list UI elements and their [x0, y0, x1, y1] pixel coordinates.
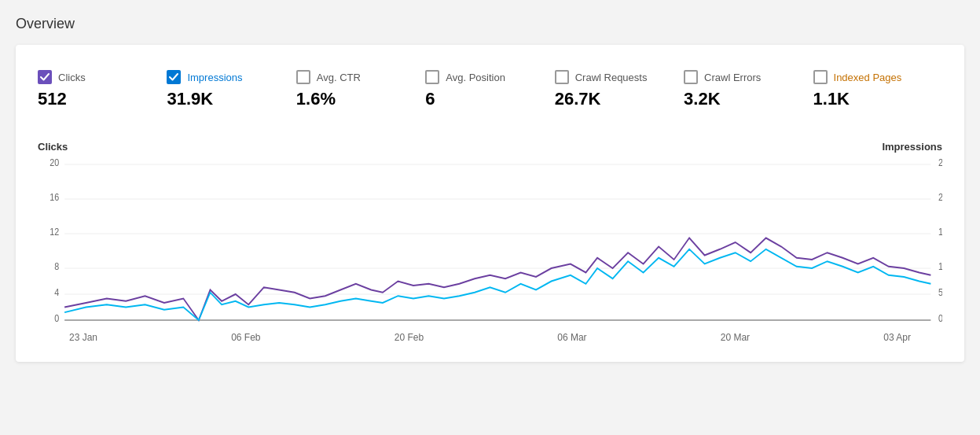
- metric-value-avg-position: 6: [425, 89, 541, 109]
- chart-left-axis-label: Clicks: [38, 141, 68, 153]
- svg-text:4: 4: [54, 288, 60, 298]
- svg-text:500: 500: [938, 288, 942, 298]
- x-label-03apr: 03 Apr: [883, 332, 911, 343]
- metrics-row: Clicks512Impressions31.9KAvg. CTR1.6%Avg…: [38, 64, 942, 116]
- svg-text:12: 12: [50, 227, 59, 238]
- svg-text:0: 0: [54, 314, 59, 324]
- metric-item-clicks: Clicks512: [38, 64, 167, 116]
- chart-section: Clicks Impressions 20 16 12 8 4 0 2.5K 2…: [38, 141, 942, 343]
- metric-label-avg-position: Avg. Position: [446, 72, 505, 83]
- metric-label-avg-ctr: Avg. CTR: [317, 72, 361, 83]
- metric-label-crawl-errors: Crawl Errors: [704, 72, 761, 83]
- metric-label-indexed-pages: Indexed Pages: [834, 72, 902, 83]
- checkbox-crawl-errors[interactable]: [684, 70, 698, 84]
- svg-text:0: 0: [938, 314, 942, 324]
- metric-value-avg-ctr: 1.6%: [296, 89, 413, 109]
- checkbox-avg-position[interactable]: [425, 70, 439, 84]
- checkbox-avg-ctr[interactable]: [296, 70, 310, 84]
- x-axis-labels: 23 Jan 06 Feb 20 Feb 06 Mar 20 Mar 03 Ap…: [38, 332, 942, 343]
- checkbox-impressions[interactable]: [167, 70, 181, 84]
- metric-value-indexed-pages: 1.1K: [813, 89, 930, 109]
- svg-text:20: 20: [50, 158, 59, 168]
- metric-item-avg-ctr: Avg. CTR1.6%: [296, 64, 425, 116]
- x-label-06feb: 06 Feb: [231, 332, 260, 343]
- svg-text:16: 16: [50, 193, 59, 203]
- metric-value-crawl-errors: 3.2K: [684, 89, 800, 109]
- clicks-line: [64, 249, 930, 320]
- x-label-20feb: 20 Feb: [395, 332, 424, 343]
- metric-label-clicks: Clicks: [58, 72, 86, 83]
- svg-text:1.5K: 1.5K: [938, 227, 942, 238]
- metric-label-impressions: Impressions: [187, 72, 242, 83]
- checkbox-crawl-requests[interactable]: [555, 70, 569, 84]
- metric-item-crawl-errors: Crawl Errors3.2K: [684, 64, 813, 116]
- chart-svg: 20 16 12 8 4 0 2.5K 2K 1.5K 1K 500 0: [38, 156, 942, 329]
- metric-value-clicks: 512: [38, 89, 154, 109]
- x-label-20mar: 20 Mar: [721, 332, 750, 343]
- metric-value-impressions: 31.9K: [167, 89, 283, 109]
- checkbox-indexed-pages[interactable]: [813, 70, 828, 84]
- x-label-06mar: 06 Mar: [557, 332, 586, 343]
- x-label-23jan: 23 Jan: [69, 332, 97, 343]
- chart-container: 20 16 12 8 4 0 2.5K 2K 1.5K 1K 500 0: [38, 156, 942, 329]
- checkbox-clicks[interactable]: [38, 70, 52, 84]
- svg-text:2.5K: 2.5K: [938, 158, 942, 168]
- metric-item-indexed-pages: Indexed Pages1.1K: [813, 64, 942, 116]
- metric-item-avg-position: Avg. Position6: [425, 64, 554, 116]
- metric-item-impressions: Impressions31.9K: [167, 64, 295, 116]
- svg-text:1K: 1K: [938, 262, 942, 272]
- chart-right-axis-label: Impressions: [882, 141, 942, 153]
- page-title: Overview: [16, 16, 964, 32]
- svg-text:8: 8: [54, 262, 59, 272]
- metric-item-crawl-requests: Crawl Requests26.7K: [555, 64, 684, 116]
- impressions-line: [64, 238, 930, 321]
- metric-label-crawl-requests: Crawl Requests: [575, 72, 648, 83]
- metric-value-crawl-requests: 26.7K: [555, 89, 671, 109]
- overview-card: Clicks512Impressions31.9KAvg. CTR1.6%Avg…: [16, 45, 964, 362]
- svg-text:2K: 2K: [938, 193, 942, 203]
